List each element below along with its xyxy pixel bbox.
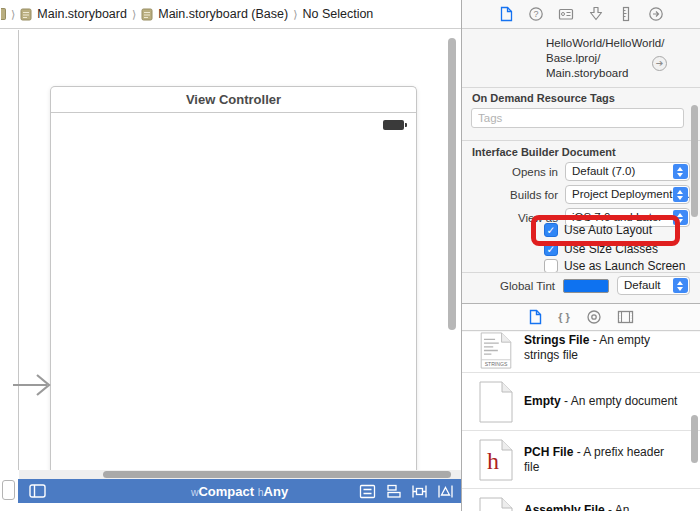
dropdown-stepper-icon [673, 210, 688, 225]
storyboard-file-icon [20, 8, 32, 21]
list-item-text: Assembly File - An assembly… [524, 503, 682, 511]
template-name: Strings File [524, 333, 589, 347]
file-path-line: Main.storyboard [546, 66, 666, 81]
resolve-auto-layout-icon[interactable] [437, 484, 454, 499]
section-divider [462, 272, 700, 273]
list-item-strings-file[interactable]: STRINGS Strings File - An empty strings … [462, 332, 700, 373]
library-tab-bar: { } [462, 304, 700, 331]
separator: - [593, 333, 597, 347]
pin-constraints-icon[interactable] [411, 484, 428, 499]
size-inspector-icon[interactable] [618, 6, 634, 22]
global-tint-row: Global Tint Default [462, 276, 700, 295]
use-size-classes-row: ✓ Use Size Classes [544, 242, 658, 256]
list-item-assembly-file[interactable]: Assembly File - An assembly… [462, 489, 700, 511]
view-controller-titlebar[interactable]: View Controller [51, 87, 416, 113]
global-tint-color-well[interactable] [563, 279, 609, 293]
pch-file-icon: h [479, 439, 513, 481]
separator: - [577, 445, 581, 459]
breadcrumb-separator: ⟩ [293, 8, 297, 21]
use-as-launch-screen-checkbox[interactable]: ✓ [544, 259, 558, 273]
svg-text:h: h [487, 448, 499, 474]
breadcrumb-separator: ⟩ [132, 8, 136, 21]
use-auto-layout-checkbox[interactable]: ✓ [544, 223, 558, 237]
inspector-scrollbar[interactable] [691, 105, 698, 217]
connections-inspector-icon[interactable] [648, 6, 664, 22]
opens-in-dropdown[interactable]: Default (7.0) [565, 162, 690, 181]
utilities-panel: ? HelloWorld/HelloWorld/ Base.l [462, 0, 700, 511]
height-value-label: Any [264, 484, 289, 499]
canvas-horizontal-scrollbar[interactable] [103, 471, 451, 478]
view-as-value: iOS 7.0 and Later [572, 211, 662, 223]
template-name: Assembly File [524, 503, 605, 511]
file-template-library-icon[interactable] [528, 309, 543, 325]
quick-help-inspector-icon[interactable]: ? [528, 6, 544, 22]
use-size-classes-label: Use Size Classes [564, 242, 658, 256]
opens-in-value: Default (7.0) [572, 165, 635, 177]
inspector-tab-bar: ? [462, 0, 700, 29]
template-name: Empty [524, 394, 561, 408]
media-library-icon[interactable] [617, 310, 634, 324]
list-item-text: Empty - An empty document [524, 394, 682, 409]
size-class-bar: wCompact hAny [18, 479, 461, 503]
file-inspector-icon[interactable] [498, 6, 514, 22]
svg-text:STRINGS: STRINGS [485, 361, 508, 367]
align-icon[interactable] [385, 484, 402, 499]
global-tint-value: Default [624, 279, 660, 291]
strings-file-icon: STRINGS [479, 332, 513, 369]
check-icon: ✓ [547, 243, 556, 255]
layout-buttons [359, 484, 454, 499]
file-inspector-body: HelloWorld/HelloWorld/ Base.lproj/ Main.… [462, 30, 700, 303]
global-tint-label: Global Tint [462, 280, 555, 292]
embed-in-stack-icon[interactable] [359, 484, 376, 499]
attributes-inspector-icon[interactable] [588, 6, 604, 22]
builds-for-row: Builds for Project Deployment T… [462, 185, 700, 204]
breadcrumb-item-storyboard-base[interactable]: Main.storyboard (Base) [158, 7, 288, 21]
section-divider [462, 140, 700, 141]
use-as-launch-screen-row: ✓ Use as Launch Screen [544, 259, 685, 273]
identity-inspector-icon[interactable] [558, 6, 574, 22]
library-scrollbar[interactable] [691, 415, 698, 463]
interface-builder-document-header: Interface Builder Document [472, 146, 616, 158]
builds-for-label: Builds for [462, 189, 558, 201]
template-name: PCH File [524, 445, 573, 459]
check-icon: ✓ [547, 224, 556, 236]
reveal-in-finder-arrow-icon[interactable]: ➔ [652, 56, 667, 71]
svg-text:?: ? [533, 9, 538, 19]
canvas-horizontal-scroll-track [19, 470, 461, 479]
object-library-icon[interactable] [586, 309, 602, 325]
use-auto-layout-label: Use Auto Layout [564, 223, 652, 237]
use-size-classes-checkbox[interactable]: ✓ [544, 242, 558, 256]
use-as-launch-screen-label: Use as Launch Screen [564, 259, 685, 273]
document-outline-corner-button[interactable] [2, 480, 15, 500]
canvas-vertical-scrollbar[interactable] [448, 38, 456, 330]
code-snippet-library-icon[interactable]: { } [558, 311, 570, 323]
jump-bar: ⟩ Main.storyboard ⟩ Main.storyboard (Bas… [0, 0, 461, 29]
storyboard-file-icon [141, 8, 153, 21]
file-path-line: Base.lproj/ [546, 51, 666, 66]
opens-in-label: Opens in [462, 166, 558, 178]
dropdown-stepper-icon [673, 187, 688, 202]
empty-file-icon [479, 381, 513, 423]
breadcrumb-item-no-selection[interactable]: No Selection [302, 7, 373, 21]
dropdown-stepper-icon [673, 164, 688, 179]
file-path: HelloWorld/HelloWorld/ Base.lproj/ Main.… [546, 36, 666, 81]
tags-input[interactable] [471, 108, 684, 128]
list-item-text: PCH File - A prefix header file [524, 445, 682, 475]
opens-in-row: Opens in Default (7.0) [462, 162, 700, 181]
list-item-pch-file[interactable]: h PCH File - A prefix header file [462, 431, 700, 489]
breadcrumb-item-storyboard[interactable]: Main.storyboard [37, 7, 127, 21]
clipped-document-icon [1, 8, 6, 20]
global-tint-dropdown[interactable]: Default [617, 276, 690, 295]
xcode-window: ⟩ Main.storyboard ⟩ Main.storyboard (Bas… [0, 0, 700, 511]
assembly-file-icon [479, 497, 513, 511]
separator: - [608, 503, 612, 511]
dropdown-stepper-icon [673, 278, 688, 293]
list-item-empty[interactable]: Empty - An empty document [462, 373, 700, 431]
view-controller-scene[interactable]: View Controller [50, 86, 417, 471]
use-auto-layout-row: ✓ Use Auto Layout [544, 223, 652, 237]
list-item-text: Strings File - An empty strings file [524, 333, 682, 363]
battery-icon [383, 120, 404, 130]
storyboard-entry-point-arrow[interactable] [11, 371, 53, 399]
section-divider [462, 87, 700, 88]
builds-for-dropdown[interactable]: Project Deployment T… [565, 185, 690, 204]
